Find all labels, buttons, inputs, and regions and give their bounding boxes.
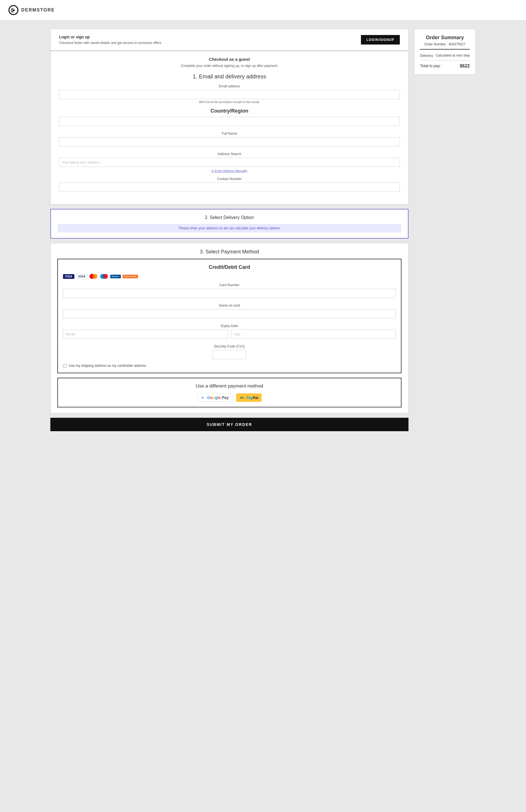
login-signup-button[interactable]: LOGIN/SIGNUP bbox=[361, 35, 400, 44]
login-banner-subtitle: Checkout faster with saved details and g… bbox=[59, 41, 161, 45]
step1-title: 1. Email and delivery address bbox=[59, 73, 400, 80]
visa-logo-2: VISA bbox=[76, 274, 87, 279]
guest-title: Checkout as a guest bbox=[59, 57, 400, 62]
delivery-section: 2. Select Delivery Option Please enter y… bbox=[50, 209, 408, 238]
card-section: Credit/Debit Card VISA VISA bbox=[57, 259, 402, 373]
card-number-input[interactable] bbox=[63, 289, 396, 298]
order-summary: Order Summary Order Number : 402475627 D… bbox=[414, 29, 476, 74]
enter-manually-link[interactable]: or Enter Address Manually bbox=[59, 169, 400, 173]
summary-divider2 bbox=[420, 60, 470, 61]
paypal-label: PayPal bbox=[246, 396, 258, 400]
cardholder-address-checkbox-row: Use my shipping address as my cardholder… bbox=[63, 364, 396, 368]
total-label: Total to pay : bbox=[420, 63, 442, 69]
total-row: Total to pay : $622 bbox=[420, 63, 470, 69]
svg-text:PP: PP bbox=[240, 396, 244, 399]
summary-divider bbox=[420, 49, 470, 49]
header-logo-text: DERMSTORE bbox=[21, 8, 55, 13]
alt-payment-title: Use a different payment method bbox=[63, 383, 396, 389]
name-on-card-field-group: Name on card bbox=[63, 304, 396, 319]
email-field-group: Email address We'll send the purchase re… bbox=[59, 84, 400, 104]
address-search-input[interactable] bbox=[59, 158, 400, 167]
card-number-field-group: Card Number bbox=[63, 283, 396, 299]
delivery-value: Calculated at next step bbox=[436, 54, 470, 57]
security-input-wrapper bbox=[63, 350, 396, 359]
delivery-row: Delivery Calculated at next step bbox=[420, 54, 470, 58]
visa-logo-1: VISA bbox=[63, 274, 74, 279]
cardholder-address-checkbox[interactable] bbox=[63, 364, 66, 368]
email-note: We'll send the purchase receipt to this … bbox=[59, 100, 400, 104]
diners-logo: Diners bbox=[110, 275, 121, 278]
delivery-title: 2. Select Delivery Option bbox=[58, 215, 401, 220]
contact-label: Contact Number bbox=[59, 177, 400, 181]
svg-text:G: G bbox=[201, 396, 204, 399]
expiry-field-group: Expiry Date bbox=[63, 324, 396, 340]
alt-payment-logos: G Google Pay PP PayPal bbox=[63, 393, 396, 402]
card-section-title: Credit/Debit Card bbox=[63, 264, 396, 270]
name-on-card-input[interactable] bbox=[63, 309, 396, 318]
maestro-logo bbox=[100, 274, 108, 279]
card-number-label: Card Number bbox=[63, 283, 396, 287]
paypal-button[interactable]: PP PayPal bbox=[236, 393, 261, 402]
total-amount: $622 bbox=[460, 63, 470, 69]
order-summary-title: Order Summary bbox=[420, 35, 470, 41]
contact-field-group: Contact Number bbox=[59, 177, 400, 193]
fullname-field-group: Full Name bbox=[59, 132, 400, 148]
fullname-input[interactable] bbox=[59, 137, 400, 146]
page-header: DERMSTORE bbox=[0, 0, 526, 20]
fullname-label: Full Name bbox=[59, 132, 400, 135]
login-banner-text: Login or sign up Checkout faster with sa… bbox=[59, 35, 161, 45]
address-search-label: Address Search bbox=[59, 152, 400, 156]
dermstore-logo-icon bbox=[9, 5, 18, 15]
svg-point-3 bbox=[13, 10, 15, 12]
guest-subtitle: Complete your order without signing up, … bbox=[59, 64, 400, 68]
expiry-year-input[interactable] bbox=[231, 330, 396, 339]
cardholder-address-label: Use my shipping address as my cardholder… bbox=[69, 364, 146, 368]
order-number: Order Number : 402475627 bbox=[420, 42, 470, 46]
paypal-icon: PP bbox=[240, 395, 245, 401]
card-logos: VISA VISA Diners DISCOVER bbox=[63, 274, 396, 279]
svg-point-7 bbox=[103, 274, 108, 279]
country-field-group bbox=[59, 117, 400, 127]
login-banner: Login or sign up Checkout faster with sa… bbox=[50, 29, 408, 51]
delivery-note: Please enter your address so we can calc… bbox=[58, 224, 401, 232]
expiry-month-input[interactable] bbox=[63, 330, 228, 339]
contact-input[interactable] bbox=[59, 183, 400, 192]
security-code-label: Security Code (CV2) bbox=[63, 344, 396, 348]
country-input[interactable] bbox=[59, 117, 400, 126]
country-region-title: Country/Region bbox=[59, 108, 400, 114]
page-content: Login or sign up Checkout faster with sa… bbox=[0, 20, 526, 439]
mastercard-logo bbox=[89, 274, 98, 279]
alt-payment-section: Use a different payment method G Google … bbox=[57, 378, 402, 407]
main-column: Login or sign up Checkout faster with sa… bbox=[50, 29, 408, 431]
submit-order-button[interactable]: SUBMIT MY ORDER bbox=[50, 418, 408, 431]
login-banner-title: Login or sign up bbox=[59, 35, 161, 39]
gpay-g-icon: G bbox=[201, 395, 206, 400]
payment-section: 3. Select Payment Method Credit/Debit Ca… bbox=[50, 243, 408, 413]
payment-section-title: 3. Select Payment Method bbox=[57, 249, 402, 255]
name-on-card-label: Name on card bbox=[63, 304, 396, 307]
guest-section: Checkout as a guest Complete your order … bbox=[50, 51, 408, 204]
security-code-input[interactable] bbox=[213, 350, 246, 359]
expiry-label: Expiry Date bbox=[63, 324, 396, 328]
gpay-label: Google Pay bbox=[207, 395, 229, 400]
discover-logo: DISCOVER bbox=[122, 275, 138, 278]
email-label: Email address bbox=[59, 84, 400, 88]
google-pay-button[interactable]: G Google Pay bbox=[197, 393, 232, 402]
expiry-row bbox=[63, 330, 396, 340]
email-input[interactable] bbox=[59, 90, 400, 99]
address-search-field-group: Address Search or Enter Address Manually bbox=[59, 152, 400, 173]
security-code-field-group: Security Code (CV2) bbox=[63, 344, 396, 359]
delivery-label: Delivery bbox=[420, 54, 433, 58]
